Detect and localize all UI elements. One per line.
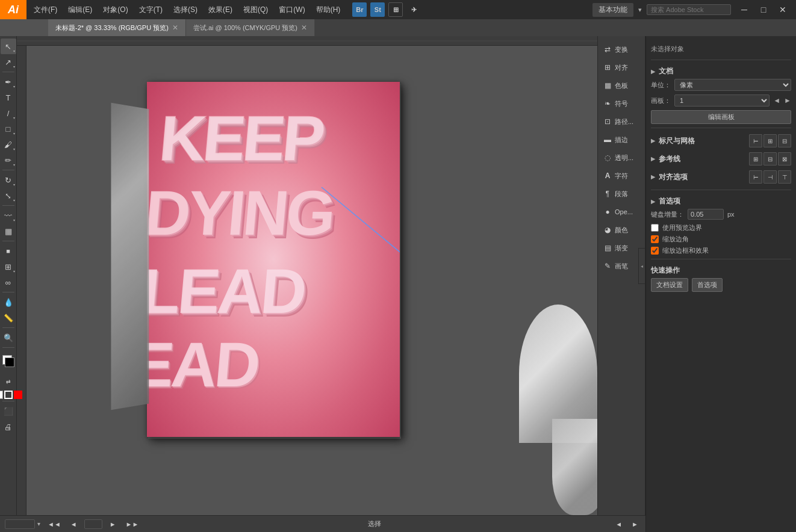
use-preview-bounds-checkbox[interactable]	[651, 224, 659, 232]
search-input[interactable]	[647, 4, 731, 15]
maximize-button[interactable]: □	[755, 1, 772, 18]
tab-untitled[interactable]: 未标题-2* @ 33.33% (RGB/GPU 预览) ✕	[48, 19, 186, 36]
pathfinder-panel-item[interactable]: ⊡ 路径...	[600, 114, 642, 129]
snap-icon-btn2[interactable]: ⊣	[763, 170, 777, 184]
menu-file[interactable]: 文件(F)	[29, 2, 62, 17]
snap-section[interactable]: ▶ 对齐选项 ⊢ ⊣ ⊤	[651, 168, 791, 186]
next-btn[interactable]: ►	[107, 519, 119, 529]
gradient-tool[interactable]: ■	[1, 243, 16, 259]
close-button[interactable]: ✕	[774, 1, 791, 18]
character-panel-item[interactable]: A 字符	[600, 169, 642, 183]
grid-icon[interactable]: ⊞	[388, 2, 403, 17]
transparency-panel-item[interactable]: ◌ 透明...	[600, 150, 642, 165]
measure-tool[interactable]: 📏	[1, 310, 16, 326]
warp-tool[interactable]: 〰	[1, 208, 16, 223]
line-tool[interactable]: /	[1, 105, 16, 121]
menu-effect[interactable]: 效果(E)	[204, 2, 237, 17]
gradient-panel-item[interactable]: ▤ 渐变	[600, 241, 642, 255]
zoom-tool[interactable]: 🔍	[1, 330, 16, 345]
fill-mode-btn[interactable]	[0, 391, 3, 399]
direct-select-tool[interactable]: ↗	[1, 54, 16, 70]
workspace-button[interactable]: 基本功能	[592, 3, 633, 17]
pen-tool[interactable]: ✒	[1, 74, 16, 90]
stroke-panel-item[interactable]: ▬ 描边	[600, 132, 642, 147]
menu-select[interactable]: 选择(S)	[169, 2, 202, 17]
brushes-icon: ✎	[603, 261, 612, 271]
text-tool[interactable]: T	[1, 90, 16, 105]
prev-frame-btn[interactable]: ◄◄	[45, 519, 63, 529]
paintbrush-tool[interactable]: 🖌	[1, 137, 16, 152]
gradient-mode-btn[interactable]	[14, 391, 22, 399]
color-swatches[interactable]	[1, 352, 16, 368]
menu-bar: 文件(F) 编辑(E) 对象(O) 文字(T) 选择(S) 效果(E) 视图(Q…	[26, 2, 347, 17]
symbols-panel-item[interactable]: ❧ 符号	[600, 96, 642, 111]
menu-view[interactable]: 视图(Q)	[238, 2, 273, 17]
preferences-section[interactable]: ▶ 首选项	[651, 194, 791, 209]
rulers-grid-section[interactable]: ▶ 标尺与网格 ⊢ ⊞ ⊟	[651, 132, 791, 150]
panel-collapse-handle[interactable]: ◂	[638, 248, 645, 284]
preferences-button[interactable]: 首选项	[692, 278, 723, 292]
scroll-left-btn[interactable]: ◄	[613, 519, 624, 529]
mesh-tool[interactable]: ⊞	[1, 259, 16, 274]
cloud-icon[interactable]: ✈	[406, 2, 421, 17]
graph-tool[interactable]: ▦	[1, 223, 16, 239]
paragraph-panel-item[interactable]: ¶ 段落	[600, 187, 642, 201]
tab-close-try[interactable]: ✕	[301, 23, 307, 32]
scale-corners-checkbox[interactable]	[651, 235, 659, 243]
stroke-mode-btn[interactable]	[4, 391, 13, 399]
scale-tool[interactable]: ⤡	[1, 188, 16, 203]
guides-section[interactable]: ▶ 参考线 ⊞ ⊟ ⊠	[651, 150, 791, 168]
print-tool[interactable]: 🖨	[1, 419, 16, 435]
grid-icon-btn[interactable]: ⊞	[763, 134, 777, 147]
tab-try[interactable]: 尝试.ai @ 100% (CMYK/GPU 预览) ✕	[186, 19, 315, 36]
tab-close-untitled[interactable]: ✕	[172, 23, 178, 32]
menu-edit[interactable]: 编辑(E)	[63, 2, 97, 17]
transform-panel-item[interactable]: ⇄ 变换	[600, 42, 642, 57]
next-artboard-btn[interactable]: ►	[784, 96, 791, 105]
pencil-tool[interactable]: ✏	[1, 152, 16, 168]
bridge-icon[interactable]: Br	[352, 2, 367, 17]
align-panel-item[interactable]: ⊞ 对齐	[600, 60, 642, 75]
scroll-right-btn[interactable]: ►	[629, 519, 641, 529]
minimize-button[interactable]: ─	[736, 1, 753, 18]
select-tool[interactable]: ↖	[1, 39, 16, 54]
zoom-input[interactable]: 33.33%	[5, 519, 35, 529]
canvas-area[interactable]: KEEP KEEP KEEP KEEP KEEP DYING DYING DYI…	[26, 46, 645, 515]
opentype-panel-item[interactable]: ● Ope...	[600, 205, 642, 219]
rect-tool[interactable]: □	[1, 121, 16, 137]
menu-text[interactable]: 文字(T)	[134, 2, 167, 17]
guides-icon-btn1[interactable]: ⊞	[749, 152, 762, 165]
guides-icon-btn2[interactable]: ⊟	[763, 152, 777, 165]
edit-artboard-button[interactable]: 编辑画板	[651, 110, 791, 124]
keyboard-increment-input[interactable]	[688, 209, 724, 220]
prev-btn[interactable]: ◄	[68, 519, 79, 529]
next-frame-btn[interactable]: ►►	[123, 519, 141, 529]
guides-icon-btn3[interactable]: ⊠	[778, 152, 791, 165]
stroke-icon: ▬	[603, 135, 612, 144]
scale-strokes-checkbox[interactable]	[651, 247, 659, 255]
snap-icon-btn3[interactable]: ⊤	[778, 170, 791, 184]
artboard-tool[interactable]: ⬛	[1, 403, 16, 419]
prev-artboard-btn[interactable]: ◄	[773, 96, 780, 105]
brushes-panel-item[interactable]: ✎ 画笔	[600, 259, 642, 273]
swap-colors-icon[interactable]: ⇄	[1, 374, 16, 389]
doc-settings-button[interactable]: 文档设置	[651, 278, 688, 292]
snap-icon-btn[interactable]: ⊟	[778, 134, 791, 147]
stock-icon[interactable]: St	[370, 2, 385, 17]
menu-help[interactable]: 帮助(H)	[311, 2, 346, 17]
menu-object[interactable]: 对象(O)	[98, 2, 132, 17]
tab-bar: 未标题-2* @ 33.33% (RGB/GPU 预览) ✕ 尝试.ai @ 1…	[48, 19, 796, 36]
menu-window[interactable]: 窗口(W)	[274, 2, 309, 17]
document-arrow: ▶	[651, 69, 655, 75]
snap-icon-btn1[interactable]: ⊢	[749, 170, 762, 184]
swatches-panel-item[interactable]: ▦ 色板	[600, 78, 642, 93]
document-section-header[interactable]: ▶ 文档	[651, 64, 791, 79]
artboard-num-input[interactable]: 1	[84, 519, 102, 529]
blend-tool[interactable]: ∞	[1, 274, 16, 290]
eyedropper-tool[interactable]: 💧	[1, 294, 16, 310]
unit-select[interactable]: 像素 毫米 英寸 厘米 点	[674, 79, 791, 91]
artboard-select[interactable]: 1	[674, 94, 770, 107]
rotate-tool[interactable]: ↻	[1, 172, 16, 188]
color-panel-item[interactable]: ◕ 颜色	[600, 223, 642, 237]
ruler-icon-btn[interactable]: ⊢	[749, 134, 762, 147]
